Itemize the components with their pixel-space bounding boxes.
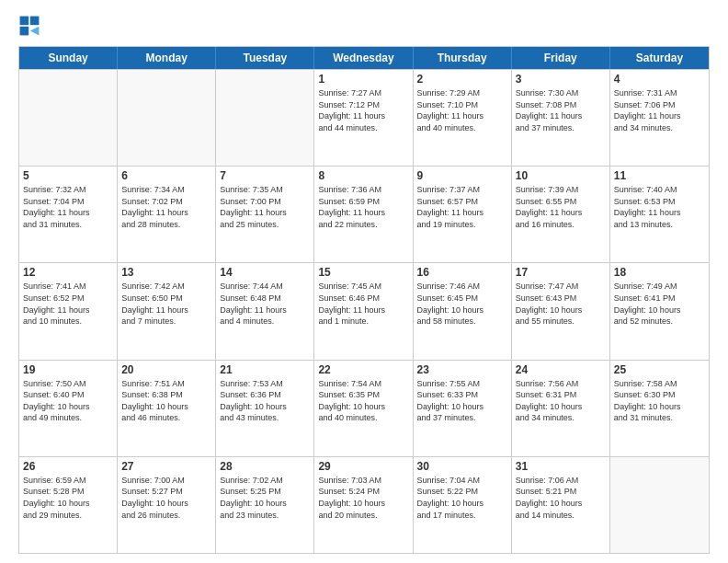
cal-cell-empty <box>118 70 216 166</box>
day-number: 27 <box>121 460 211 473</box>
day-number: 10 <box>516 169 606 182</box>
cal-week-1: 1Sunrise: 7:27 AM Sunset: 7:12 PM Daylig… <box>19 69 709 166</box>
day-number: 23 <box>417 363 507 376</box>
day-number: 3 <box>516 73 606 86</box>
cell-info: Sunrise: 7:58 AM Sunset: 6:30 PM Dayligh… <box>614 378 705 424</box>
cell-info: Sunrise: 7:55 AM Sunset: 6:33 PM Dayligh… <box>417 378 507 424</box>
calendar-header-row: SundayMondayTuesdayWednesdayThursdayFrid… <box>19 47 709 69</box>
day-number: 7 <box>220 169 310 182</box>
svg-rect-2 <box>20 27 29 36</box>
cell-info: Sunrise: 7:02 AM Sunset: 5:25 PM Dayligh… <box>220 475 310 521</box>
cal-header-monday: Monday <box>118 47 216 69</box>
day-number: 30 <box>417 460 507 473</box>
day-number: 12 <box>23 266 113 279</box>
cal-header-saturday: Saturday <box>610 47 709 69</box>
day-number: 8 <box>318 169 408 182</box>
cell-info: Sunrise: 7:46 AM Sunset: 6:45 PM Dayligh… <box>417 281 507 327</box>
cal-cell-day-9: 9Sunrise: 7:37 AM Sunset: 6:57 PM Daylig… <box>414 167 512 262</box>
day-number: 24 <box>516 363 606 376</box>
logo <box>18 15 44 37</box>
cell-info: Sunrise: 7:00 AM Sunset: 5:27 PM Dayligh… <box>121 475 211 521</box>
day-number: 20 <box>121 363 211 376</box>
cal-cell-day-1: 1Sunrise: 7:27 AM Sunset: 7:12 PM Daylig… <box>314 70 413 166</box>
cal-cell-day-27: 27Sunrise: 7:00 AM Sunset: 5:27 PM Dayli… <box>118 457 216 553</box>
cell-info: Sunrise: 7:42 AM Sunset: 6:50 PM Dayligh… <box>121 281 211 327</box>
cell-info: Sunrise: 7:39 AM Sunset: 6:55 PM Dayligh… <box>516 184 606 230</box>
cal-week-2: 5Sunrise: 7:32 AM Sunset: 7:04 PM Daylig… <box>19 166 709 262</box>
cal-cell-day-2: 2Sunrise: 7:29 AM Sunset: 7:10 PM Daylig… <box>414 70 512 166</box>
cal-cell-day-26: 26Sunrise: 6:59 AM Sunset: 5:28 PM Dayli… <box>19 457 118 553</box>
cal-header-thursday: Thursday <box>414 47 512 69</box>
day-number: 21 <box>220 363 310 376</box>
day-number: 25 <box>614 363 705 376</box>
calendar: SundayMondayTuesdayWednesdayThursdayFrid… <box>18 46 710 554</box>
cal-cell-day-25: 25Sunrise: 7:58 AM Sunset: 6:30 PM Dayli… <box>610 361 709 456</box>
day-number: 19 <box>23 363 113 376</box>
day-number: 1 <box>318 73 408 86</box>
cal-cell-day-20: 20Sunrise: 7:51 AM Sunset: 6:38 PM Dayli… <box>118 361 216 456</box>
cal-cell-day-3: 3Sunrise: 7:30 AM Sunset: 7:08 PM Daylig… <box>512 70 610 166</box>
day-number: 2 <box>417 73 507 86</box>
cal-cell-day-21: 21Sunrise: 7:53 AM Sunset: 6:36 PM Dayli… <box>216 361 314 456</box>
day-number: 26 <box>23 460 113 473</box>
cal-cell-day-15: 15Sunrise: 7:45 AM Sunset: 6:46 PM Dayli… <box>314 263 413 359</box>
cell-info: Sunrise: 7:51 AM Sunset: 6:38 PM Dayligh… <box>121 378 211 424</box>
cal-cell-day-4: 4Sunrise: 7:31 AM Sunset: 7:06 PM Daylig… <box>610 70 709 166</box>
cal-cell-day-14: 14Sunrise: 7:44 AM Sunset: 6:48 PM Dayli… <box>216 263 314 359</box>
cal-week-4: 19Sunrise: 7:50 AM Sunset: 6:40 PM Dayli… <box>19 360 709 456</box>
cal-cell-day-16: 16Sunrise: 7:46 AM Sunset: 6:45 PM Dayli… <box>414 263 512 359</box>
cal-cell-day-10: 10Sunrise: 7:39 AM Sunset: 6:55 PM Dayli… <box>512 167 610 262</box>
cell-info: Sunrise: 6:59 AM Sunset: 5:28 PM Dayligh… <box>23 475 113 521</box>
day-number: 22 <box>318 363 408 376</box>
day-number: 11 <box>614 169 705 182</box>
cal-week-3: 12Sunrise: 7:41 AM Sunset: 6:52 PM Dayli… <box>19 262 709 359</box>
day-number: 9 <box>417 169 507 182</box>
cell-info: Sunrise: 7:41 AM Sunset: 6:52 PM Dayligh… <box>23 281 113 327</box>
cal-cell-day-23: 23Sunrise: 7:55 AM Sunset: 6:33 PM Dayli… <box>414 361 512 456</box>
day-number: 29 <box>318 460 408 473</box>
cell-info: Sunrise: 7:37 AM Sunset: 6:57 PM Dayligh… <box>417 184 507 230</box>
cal-cell-day-8: 8Sunrise: 7:36 AM Sunset: 6:59 PM Daylig… <box>314 167 413 262</box>
cell-info: Sunrise: 7:40 AM Sunset: 6:53 PM Dayligh… <box>614 184 705 230</box>
cell-info: Sunrise: 7:35 AM Sunset: 7:00 PM Dayligh… <box>220 184 310 230</box>
cell-info: Sunrise: 7:54 AM Sunset: 6:35 PM Dayligh… <box>318 378 408 424</box>
cell-info: Sunrise: 7:29 AM Sunset: 7:10 PM Dayligh… <box>417 87 507 133</box>
cell-info: Sunrise: 7:45 AM Sunset: 6:46 PM Dayligh… <box>318 281 408 327</box>
cal-header-tuesday: Tuesday <box>216 47 314 69</box>
day-number: 16 <box>417 266 507 279</box>
cal-cell-day-11: 11Sunrise: 7:40 AM Sunset: 6:53 PM Dayli… <box>610 167 709 262</box>
day-number: 14 <box>220 266 310 279</box>
cal-cell-empty <box>610 457 709 553</box>
cal-cell-day-13: 13Sunrise: 7:42 AM Sunset: 6:50 PM Dayli… <box>118 263 216 359</box>
svg-rect-1 <box>30 17 40 26</box>
day-number: 15 <box>318 266 408 279</box>
svg-marker-3 <box>30 27 40 36</box>
cal-cell-day-24: 24Sunrise: 7:56 AM Sunset: 6:31 PM Dayli… <box>512 361 610 456</box>
cell-info: Sunrise: 7:47 AM Sunset: 6:43 PM Dayligh… <box>516 281 606 327</box>
cal-cell-day-30: 30Sunrise: 7:04 AM Sunset: 5:22 PM Dayli… <box>414 457 512 553</box>
page-header <box>18 15 710 37</box>
cell-info: Sunrise: 7:27 AM Sunset: 7:12 PM Dayligh… <box>318 87 408 133</box>
day-number: 5 <box>23 169 113 182</box>
cal-cell-day-6: 6Sunrise: 7:34 AM Sunset: 7:02 PM Daylig… <box>118 167 216 262</box>
cal-cell-day-12: 12Sunrise: 7:41 AM Sunset: 6:52 PM Dayli… <box>19 263 118 359</box>
day-number: 28 <box>220 460 310 473</box>
cal-cell-day-29: 29Sunrise: 7:03 AM Sunset: 5:24 PM Dayli… <box>314 457 413 553</box>
cell-info: Sunrise: 7:49 AM Sunset: 6:41 PM Dayligh… <box>614 281 705 327</box>
cal-cell-day-7: 7Sunrise: 7:35 AM Sunset: 7:00 PM Daylig… <box>216 167 314 262</box>
cal-week-5: 26Sunrise: 6:59 AM Sunset: 5:28 PM Dayli… <box>19 456 709 553</box>
cal-cell-day-18: 18Sunrise: 7:49 AM Sunset: 6:41 PM Dayli… <box>610 263 709 359</box>
cell-info: Sunrise: 7:04 AM Sunset: 5:22 PM Dayligh… <box>417 475 507 521</box>
cell-info: Sunrise: 7:44 AM Sunset: 6:48 PM Dayligh… <box>220 281 310 327</box>
day-number: 6 <box>121 169 211 182</box>
cal-cell-day-19: 19Sunrise: 7:50 AM Sunset: 6:40 PM Dayli… <box>19 361 118 456</box>
cal-header-sunday: Sunday <box>19 47 118 69</box>
cell-info: Sunrise: 7:31 AM Sunset: 7:06 PM Dayligh… <box>614 87 705 133</box>
day-number: 31 <box>516 460 606 473</box>
cal-cell-day-5: 5Sunrise: 7:32 AM Sunset: 7:04 PM Daylig… <box>19 167 118 262</box>
cell-info: Sunrise: 7:34 AM Sunset: 7:02 PM Dayligh… <box>121 184 211 230</box>
cell-info: Sunrise: 7:53 AM Sunset: 6:36 PM Dayligh… <box>220 378 310 424</box>
day-number: 17 <box>516 266 606 279</box>
cal-header-wednesday: Wednesday <box>314 47 413 69</box>
cal-cell-day-17: 17Sunrise: 7:47 AM Sunset: 6:43 PM Dayli… <box>512 263 610 359</box>
